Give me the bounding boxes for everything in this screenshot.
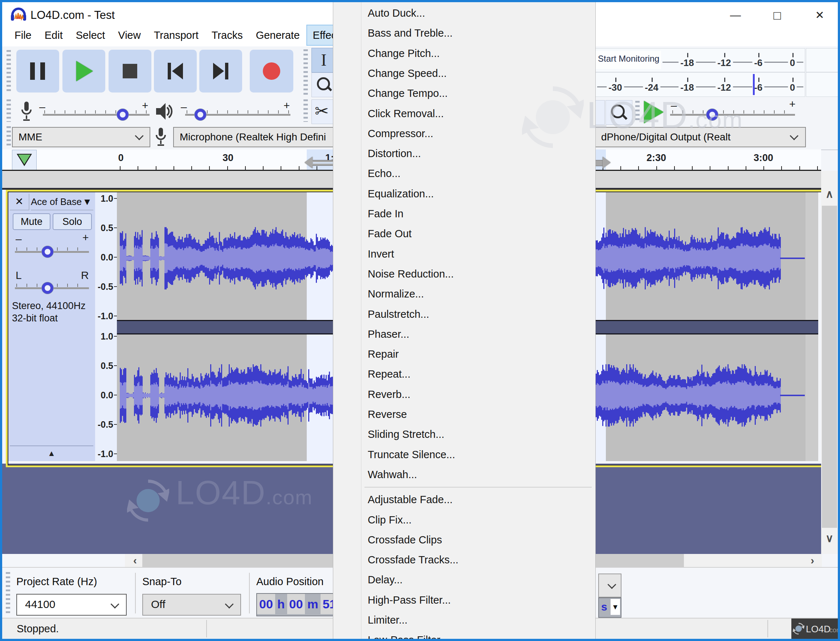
play-at-speed-button[interactable] — [644, 101, 664, 123]
effect-menu-item[interactable]: Clip Fix... — [334, 510, 594, 530]
mixer-toolbar-grip[interactable] — [6, 100, 11, 122]
input-device-select[interactable]: Microphone (Realtek High Defini — [173, 127, 342, 147]
skip-to-start-button[interactable] — [154, 50, 197, 92]
scroll-left-arrow[interactable]: ‹ — [128, 554, 142, 567]
effect-menu-item[interactable]: Fade In — [334, 204, 594, 224]
speed-slider-thumb[interactable] — [706, 109, 718, 121]
stop-button[interactable] — [108, 50, 151, 92]
track-close-button[interactable]: ✕ — [10, 194, 29, 210]
zoom-tool-button[interactable] — [312, 72, 336, 97]
menubar-item-select[interactable]: Select — [69, 25, 112, 46]
menubar-item-edit[interactable]: Edit — [38, 25, 69, 46]
effect-menu-item[interactable]: Reverse — [334, 404, 594, 424]
scroll-right-arrow[interactable]: › — [805, 554, 820, 567]
zoom-fit-project-button[interactable] — [606, 100, 632, 125]
menubar-item-transport[interactable]: Transport — [147, 25, 205, 46]
effect-menu-item[interactable]: Sliding Stretch... — [334, 424, 594, 445]
effect-menu-item[interactable]: Reverb... — [334, 385, 594, 404]
selection-left-arrow-icon[interactable] — [305, 157, 313, 168]
scroll-up-arrow[interactable]: ∧ — [821, 188, 838, 200]
selection-tool-button[interactable]: I — [312, 48, 336, 72]
effect-menu-item[interactable]: Truncate Silence... — [334, 445, 594, 465]
recording-meter[interactable]: Start Monitoring -18-12-60 — [594, 48, 805, 72]
maximize-button[interactable]: □ — [764, 7, 790, 23]
mute-button[interactable]: Mute — [13, 213, 50, 230]
track-collapse-button[interactable]: ▲ — [10, 446, 93, 461]
pan-slider-thumb[interactable] — [42, 282, 53, 294]
track-control-panel: ✕ Ace of Base▼ Mute Solo – + L R Stereo,… — [8, 192, 95, 461]
skip-to-end-button[interactable] — [199, 50, 242, 92]
quickplay-button[interactable] — [12, 150, 37, 170]
vertical-scrollbar[interactable]: ∧ ∨ — [821, 171, 838, 554]
pause-button[interactable] — [16, 50, 59, 92]
effect-menu-item[interactable]: Paulstretch... — [334, 304, 594, 324]
effect-menu-item[interactable]: Low-Pass Filter... — [334, 630, 594, 641]
edit-toolbar-grip[interactable] — [304, 100, 308, 122]
effect-menu-item[interactable]: Equalization... — [334, 184, 594, 204]
effect-menu-item[interactable]: Change Speed... — [334, 63, 594, 84]
record-volume-thumb[interactable] — [117, 109, 129, 121]
record-volume-slider[interactable] — [43, 114, 150, 116]
record-button[interactable] — [250, 50, 293, 92]
playspeed-toolbar-grip[interactable] — [635, 101, 640, 122]
menubar-item-tracks[interactable]: Tracks — [205, 25, 249, 46]
speed-slider[interactable] — [670, 114, 795, 116]
menubar-item-view[interactable]: View — [111, 25, 147, 46]
tools-toolbar-grip[interactable] — [304, 49, 308, 95]
snap-to-select[interactable]: Off — [142, 594, 241, 615]
effect-menu-item[interactable]: Phaser... — [334, 324, 594, 344]
effect-menu-item[interactable]: Limiter... — [334, 610, 594, 630]
project-rate-select[interactable]: 44100 — [16, 594, 127, 615]
gain-slider-thumb[interactable] — [42, 246, 53, 258]
effect-menu-item[interactable]: Change Pitch... — [334, 43, 594, 63]
effect-menu-item[interactable]: Change Tempo... — [334, 84, 594, 103]
effect-menu-item[interactable]: Fade Out — [334, 224, 594, 244]
effect-menu-item[interactable]: Click Removal... — [334, 104, 594, 124]
vertical-scrollbar-thumb[interactable] — [822, 206, 837, 528]
close-button[interactable]: ✕ — [807, 7, 832, 23]
effect-menu-item[interactable]: Wahwah... — [334, 465, 594, 485]
effect-menu-item[interactable]: Crossfade Clips — [334, 530, 594, 550]
playback-volume-thumb[interactable] — [195, 109, 206, 121]
effect-menu-item[interactable]: Noise Reduction... — [334, 264, 594, 284]
minimize-button[interactable]: — — [723, 7, 748, 23]
menubar-item-file[interactable]: File — [8, 25, 38, 46]
cut-button[interactable]: ✂ — [312, 100, 336, 124]
effect-menu-item[interactable]: Crossfade Tracks... — [334, 550, 594, 570]
effect-menu-item[interactable]: Distortion... — [334, 144, 594, 164]
amplitude-scale-tick — [114, 365, 117, 366]
effect-menu-item[interactable]: Normalize... — [334, 284, 594, 304]
effect-menu-item[interactable]: Adjustable Fade... — [334, 490, 594, 510]
track-title-menu[interactable]: Ace of Base▼ — [31, 194, 93, 210]
effect-menu-item[interactable]: Invert — [334, 244, 594, 264]
menubar-item-generate[interactable]: Generate — [249, 25, 306, 46]
play-button[interactable] — [63, 50, 105, 92]
effect-menu-item[interactable]: Echo... — [334, 164, 594, 184]
effect-menu-item[interactable]: High-Pass Filter... — [334, 590, 594, 610]
effect-menu-item[interactable]: Repeat... — [334, 364, 594, 384]
zoom-fit-selection-button[interactable] — [594, 100, 605, 125]
start-monitoring-label: Start Monitoring — [598, 54, 659, 64]
playback-meter-cursor — [753, 74, 755, 95]
transport-toolbar-grip[interactable] — [6, 50, 11, 93]
playback-meter[interactable]: -30-24-18-12-60 — [594, 72, 805, 97]
scroll-down-arrow[interactable]: ∨ — [821, 532, 838, 544]
amplitude-scale-tick — [114, 227, 117, 228]
audio-position-label: Audio Position — [256, 576, 323, 588]
selection-start-select-fragment[interactable] — [598, 573, 622, 598]
effect-menu-item[interactable]: Bass and Treble... — [334, 23, 594, 43]
selection-end-counter-fragment[interactable]: s ▼ — [598, 598, 622, 618]
output-device-select[interactable]: dPhone/Digital Output (Realt — [594, 127, 806, 147]
counter-format-arrow-icon: ▼ — [611, 599, 620, 615]
effect-menu-item[interactable]: Auto Duck... — [334, 3, 594, 23]
host-select[interactable]: MME — [12, 127, 150, 147]
selection-right-arrow-icon[interactable] — [603, 157, 611, 168]
solo-button[interactable]: Solo — [53, 213, 92, 230]
device-toolbar-grip[interactable] — [6, 126, 11, 148]
status-text: Stopped. — [17, 623, 59, 635]
ruler-tick — [763, 166, 764, 170]
effect-menu-item[interactable]: Repair — [334, 344, 594, 364]
effect-menu-item[interactable]: Compressor... — [334, 124, 594, 144]
selection-toolbar-grip[interactable] — [6, 572, 10, 614]
effect-menu-item[interactable]: Delay... — [334, 570, 594, 590]
